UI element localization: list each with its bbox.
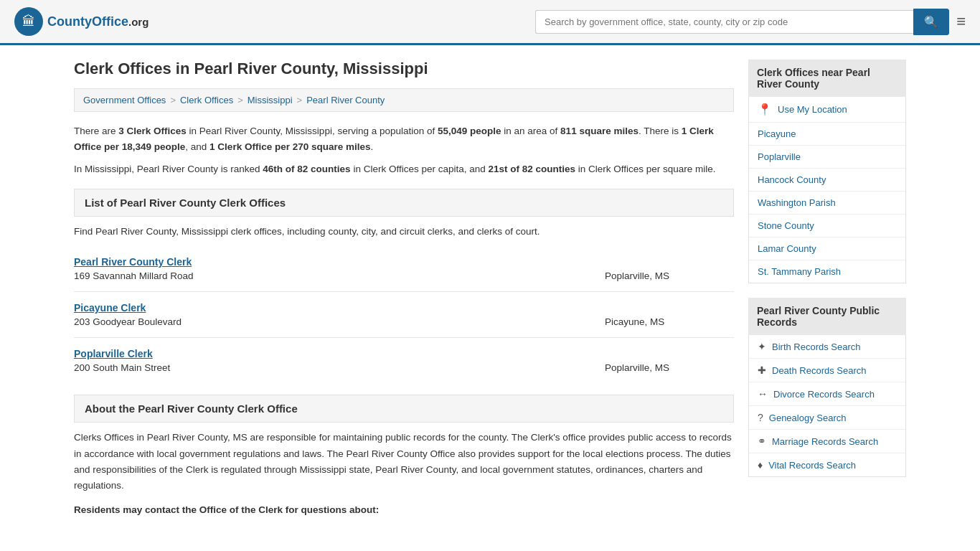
nearby-item-5[interactable]: Lamar County bbox=[749, 237, 905, 260]
nearby-item-6[interactable]: St. Tammany Parish bbox=[749, 260, 905, 283]
nearby-section: Clerk Offices near Pearl River County 📍 … bbox=[748, 60, 906, 283]
logo-text: CountyOffice.org bbox=[47, 14, 149, 29]
records-list: ✦ Birth Records Search ✚ Death Records S… bbox=[748, 335, 906, 477]
breadcrumb: Government Offices > Clerk Offices > Mis… bbox=[74, 88, 734, 112]
about-text-1: Clerks Offices in Pearl River County, MS… bbox=[74, 430, 734, 494]
nearby-item-1[interactable]: Poplarville bbox=[749, 146, 905, 169]
clerk-item-2: Poplarville Clerk 200 South Main Street … bbox=[74, 338, 734, 383]
clerk-address-2: 200 South Main Street bbox=[74, 362, 605, 373]
death-icon: ✚ bbox=[758, 364, 766, 376]
breadcrumb-mississippi[interactable]: Mississippi bbox=[248, 95, 293, 105]
birth-records-link[interactable]: Birth Records Search bbox=[772, 342, 861, 352]
birth-icon: ✦ bbox=[758, 341, 766, 352]
records-item-3[interactable]: ? Genealogy Search bbox=[749, 406, 905, 430]
nearby-list: 📍 Use My Location Picayune Poplarville H… bbox=[748, 97, 906, 283]
breadcrumb-gov-offices[interactable]: Government Offices bbox=[83, 95, 166, 105]
main-container: Clerk Offices in Pearl River County, Mis… bbox=[60, 60, 920, 527]
nearby-link-6[interactable]: St. Tammany Parish bbox=[758, 266, 841, 277]
records-item-2[interactable]: ↔ Divorce Records Search bbox=[749, 382, 905, 406]
divorce-records-link[interactable]: Divorce Records Search bbox=[773, 389, 875, 400]
nearby-item-0[interactable]: Picayune bbox=[749, 123, 905, 146]
nearby-link-3[interactable]: Washington Parish bbox=[758, 197, 836, 208]
nearby-item-4[interactable]: Stone County bbox=[749, 215, 905, 237]
nearby-link-0[interactable]: Picayune bbox=[758, 128, 796, 139]
search-icon: 🔍 bbox=[924, 16, 938, 28]
breadcrumb-sep-1: > bbox=[170, 95, 176, 105]
records-item-1[interactable]: ✚ Death Records Search bbox=[749, 359, 905, 382]
divorce-icon: ↔ bbox=[758, 388, 768, 400]
list-section-description: Find Pearl River County, Mississippi cle… bbox=[74, 224, 734, 240]
death-records-link[interactable]: Death Records Search bbox=[772, 365, 867, 376]
clerk-list: Pearl River County Clerk 169 Savannah Mi… bbox=[74, 246, 734, 383]
about-text-2: Residents may contact the Office of the … bbox=[74, 502, 734, 518]
marriage-icon: ⚭ bbox=[758, 435, 766, 447]
marriage-records-link[interactable]: Marriage Records Search bbox=[772, 436, 878, 447]
location-pin-icon: 📍 bbox=[758, 103, 772, 116]
clerk-name-1[interactable]: Picayune Clerk bbox=[74, 302, 146, 314]
clerk-row-1: 203 Goodyear Boulevard Picayune, MS bbox=[74, 316, 734, 327]
clerk-city-0: Poplarville, MS bbox=[605, 270, 734, 281]
nearby-item-3[interactable]: Washington Parish bbox=[749, 192, 905, 215]
breadcrumb-sep-3: > bbox=[297, 95, 303, 105]
records-item-5[interactable]: ♦ Vital Records Search bbox=[749, 453, 905, 476]
clerk-address-0: 169 Savannah Millard Road bbox=[74, 270, 605, 281]
clerk-address-1: 203 Goodyear Boulevard bbox=[74, 316, 605, 327]
menu-icon: ≡ bbox=[956, 12, 966, 30]
nearby-title: Clerk Offices near Pearl River County bbox=[748, 60, 906, 97]
clerk-city-1: Picayune, MS bbox=[605, 316, 734, 327]
list-section-header: List of Pearl River County Clerk Offices bbox=[74, 189, 734, 217]
vital-records-link[interactable]: Vital Records Search bbox=[768, 460, 856, 471]
clerk-row-2: 200 South Main Street Poplarville, MS bbox=[74, 362, 734, 373]
sidebar: Clerk Offices near Pearl River County 📍 … bbox=[748, 60, 906, 527]
search-input[interactable] bbox=[535, 10, 913, 34]
records-section: Pearl River County Public Records ✦ Birt… bbox=[748, 298, 906, 477]
breadcrumb-pearl-river[interactable]: Pearl River County bbox=[306, 95, 385, 105]
use-location-link[interactable]: Use My Location bbox=[778, 104, 847, 115]
records-title: Pearl River County Public Records bbox=[748, 298, 906, 335]
logo[interactable]: 🏛 CountyOffice.org bbox=[14, 7, 149, 36]
site-header: 🏛 CountyOffice.org 🔍 ≡ bbox=[0, 0, 980, 45]
records-item-0[interactable]: ✦ Birth Records Search bbox=[749, 335, 905, 359]
page-title: Clerk Offices in Pearl River County, Mis… bbox=[74, 60, 734, 78]
menu-button[interactable]: ≡ bbox=[956, 12, 966, 31]
stats-paragraph-2: In Mississippi, Pearl River County is ra… bbox=[74, 161, 734, 177]
clerk-item-1: Picayune Clerk 203 Goodyear Boulevard Pi… bbox=[74, 292, 734, 338]
breadcrumb-sep-2: > bbox=[237, 95, 243, 105]
clerk-city-2: Poplarville, MS bbox=[605, 362, 734, 373]
genealogy-icon: ? bbox=[758, 412, 763, 423]
clerk-name-2[interactable]: Poplarville Clerk bbox=[74, 348, 153, 359]
use-location-item[interactable]: 📍 Use My Location bbox=[749, 97, 905, 123]
vital-icon: ♦ bbox=[758, 459, 763, 471]
search-bar-container: 🔍 ≡ bbox=[535, 9, 966, 35]
records-item-4[interactable]: ⚭ Marriage Records Search bbox=[749, 430, 905, 453]
nearby-link-2[interactable]: Hancock County bbox=[758, 174, 826, 185]
nearby-link-4[interactable]: Stone County bbox=[758, 220, 814, 231]
nearby-item-2[interactable]: Hancock County bbox=[749, 169, 905, 192]
about-section-header: About the Pearl River County Clerk Offic… bbox=[74, 395, 734, 423]
clerk-item-0: Pearl River County Clerk 169 Savannah Mi… bbox=[74, 246, 734, 292]
nearby-link-1[interactable]: Poplarville bbox=[758, 151, 801, 162]
stats-paragraph-1: There are 3 Clerk Offices in Pearl River… bbox=[74, 123, 734, 154]
main-content: Clerk Offices in Pearl River County, Mis… bbox=[74, 60, 734, 527]
genealogy-link[interactable]: Genealogy Search bbox=[769, 413, 847, 423]
clerk-row-0: 169 Savannah Millard Road Poplarville, M… bbox=[74, 270, 734, 281]
search-button[interactable]: 🔍 bbox=[913, 9, 949, 35]
logo-icon: 🏛 bbox=[14, 7, 43, 36]
breadcrumb-clerk-offices[interactable]: Clerk Offices bbox=[180, 95, 233, 105]
nearby-link-5[interactable]: Lamar County bbox=[758, 243, 816, 254]
clerk-name-0[interactable]: Pearl River County Clerk bbox=[74, 256, 192, 268]
